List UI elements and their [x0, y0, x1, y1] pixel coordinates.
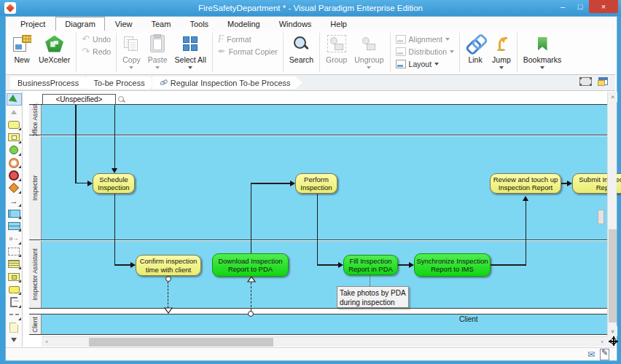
intermediate-event-tool[interactable] — [7, 157, 22, 169]
link-button[interactable]: Link — [462, 32, 488, 66]
note-take-photos[interactable]: Take photos by PDA during inspection — [337, 286, 409, 308]
format-button[interactable]: F Format — [218, 35, 278, 44]
menu-tab-diagram[interactable]: Diagram — [55, 17, 105, 31]
task-review-inspection-report[interactable]: Review and touch up Inspection Report — [490, 173, 561, 194]
scroll-down-icon — [11, 338, 17, 342]
flow-segment — [317, 194, 319, 265]
callout-tool[interactable] — [7, 283, 22, 296]
new-button[interactable]: New — [9, 32, 35, 66]
connector-line-tool[interactable] — [7, 309, 22, 321]
task-confirm-inspection-time[interactable]: Confirm inspection time with client — [136, 255, 201, 276]
alignment-dropdown-icon[interactable] — [445, 38, 450, 43]
breadcrumb-item-regular-inspection[interactable]: Regular Inspection To-be Process — [152, 76, 302, 89]
close-button[interactable]: × — [589, 0, 618, 13]
lane-office-assistant[interactable]: Office Assist. — [29, 104, 607, 135]
lane-body-office-assistant[interactable] — [42, 105, 607, 135]
menu-tab-team[interactable]: Team — [142, 17, 179, 31]
pool-header-label[interactable]: <Unspecified> — [42, 94, 116, 105]
palette-scroll-up-button[interactable] — [7, 106, 22, 118]
panel-grip[interactable] — [598, 210, 604, 224]
task-perform-inspection[interactable]: Perform Inspection — [295, 173, 337, 194]
lane-inspector-assistant[interactable]: Inspector Assistant — [29, 241, 607, 309]
lane-body-inspector-assistant[interactable] — [42, 241, 607, 308]
minimize-button[interactable]: – — [554, 0, 571, 13]
bookmarks-dropdown-icon[interactable] — [540, 66, 544, 71]
horizontal-pool-tool[interactable] — [7, 207, 22, 220]
client-pool-body[interactable] — [42, 314, 607, 334]
uexceler-button[interactable]: UeXceler — [35, 32, 74, 66]
copy-dropdown-icon[interactable] — [129, 66, 133, 71]
maximize-button[interactable]: □ — [571, 0, 589, 13]
scroll-up-button[interactable]: ˄ — [608, 92, 617, 102]
menu-tab-view[interactable]: View — [106, 17, 141, 31]
vertical-scrollbar-thumb[interactable] — [609, 229, 617, 323]
task-fill-inspection-report[interactable]: Fill Inspection Report in PDA — [343, 255, 398, 275]
data-object-tool[interactable] — [7, 270, 22, 282]
layout-button[interactable]: Layout — [396, 60, 455, 68]
distribution-button[interactable]: Distribution — [396, 47, 455, 56]
horizontal-scrollbar-thumb[interactable] — [89, 338, 273, 347]
edit-log-icon[interactable]: ✎ — [600, 349, 609, 360]
resource-tool[interactable] — [7, 321, 22, 333]
flow-segment — [251, 183, 291, 184]
scroll-left-button[interactable]: ‹ — [42, 337, 52, 347]
lane-label-inspector[interactable]: Inspector — [29, 136, 42, 240]
client-pool[interactable]: Client — [29, 314, 607, 335]
select-all-button[interactable]: Select All — [171, 32, 210, 73]
breadcrumb-item-businessprocess[interactable]: BusinessProcess — [10, 76, 90, 89]
undo-button[interactable]: ↶ Undo — [82, 35, 111, 44]
pan-mode-icon[interactable] — [608, 336, 619, 347]
horizontal-lane-tool[interactable] — [7, 220, 22, 232]
cursor-tool[interactable] — [7, 93, 22, 106]
copy-button[interactable]: Copy — [119, 32, 144, 73]
data-store-tool[interactable] — [7, 258, 22, 270]
vertical-scrollbar[interactable]: ˄ ˅ — [607, 92, 617, 336]
task-schedule-inspection[interactable]: Schedule Inspection — [93, 173, 135, 194]
sequence-flow-tool[interactable]: → — [7, 194, 22, 207]
start-event-tool[interactable] — [7, 144, 22, 157]
distribution-dropdown-icon[interactable] — [450, 50, 454, 55]
alignment-button[interactable]: Alignment — [396, 35, 455, 44]
menu-tab-tools[interactable]: Tools — [181, 17, 217, 31]
fit-to-window-icon[interactable] — [579, 77, 592, 86]
group-button[interactable]: Group — [322, 32, 351, 66]
lane-label-office-assistant[interactable]: Office Assist. — [29, 105, 42, 135]
text-annotation-tool[interactable] — [7, 296, 22, 308]
search-button[interactable]: Search — [286, 32, 317, 66]
task-download-inspection-report[interactable]: Download Inspection Report to PDA — [212, 253, 289, 277]
ungroup-button[interactable]: Ungroup — [351, 32, 387, 73]
menu-tab-modeling[interactable]: Modeling — [219, 17, 269, 31]
horizontal-scrollbar[interactable]: ‹ › — [42, 336, 607, 347]
paste-dropdown-icon[interactable] — [155, 66, 160, 71]
menu-tab-help[interactable]: Help — [321, 17, 356, 31]
jump-dropdown-icon[interactable] — [499, 66, 504, 71]
scroll-right-button[interactable]: › — [597, 337, 607, 347]
sub-process-tool[interactable] — [7, 131, 22, 143]
lane-label-client[interactable]: Client — [29, 314, 42, 334]
task-icon — [8, 121, 20, 129]
jump-button[interactable]: Jump — [488, 32, 515, 73]
lane-label-inspector-assistant[interactable]: Inspector Assistant — [29, 241, 42, 308]
redo-button[interactable]: ↷ Redo — [82, 47, 111, 56]
messages-envelope-icon[interactable]: ✉ — [587, 349, 595, 360]
breadcrumb-item-tobe-process[interactable]: To-be Process — [86, 76, 156, 89]
link-flow-tool[interactable]: o→ — [7, 232, 22, 245]
group-tool[interactable] — [7, 245, 22, 258]
pool-magnifier-icon[interactable] — [118, 96, 124, 102]
task-synchronize-inspection-report[interactable]: Synchronize Inspection Report to IMS — [414, 253, 491, 277]
flow-segment — [398, 264, 410, 266]
select-all-dropdown-icon[interactable] — [188, 66, 192, 71]
paste-button[interactable]: Paste — [144, 32, 171, 73]
diagram-tool-palette: → o→ — [6, 92, 23, 347]
gateway-tool[interactable] — [7, 182, 22, 194]
format-copier-button[interactable]: ✒ Format Copier — [218, 47, 278, 56]
open-windows-icon[interactable] — [598, 77, 608, 86]
task-tool[interactable] — [7, 119, 22, 131]
layout-dropdown-icon[interactable] — [434, 63, 439, 68]
bookmarks-button[interactable]: Bookmarks — [520, 32, 566, 73]
end-event-tool[interactable] — [7, 169, 22, 181]
ungroup-dropdown-icon[interactable] — [367, 66, 371, 71]
menu-tab-project[interactable]: Project — [12, 17, 54, 31]
palette-scroll-down-button[interactable] — [7, 333, 22, 346]
menu-tab-windows[interactable]: Windows — [270, 17, 321, 31]
